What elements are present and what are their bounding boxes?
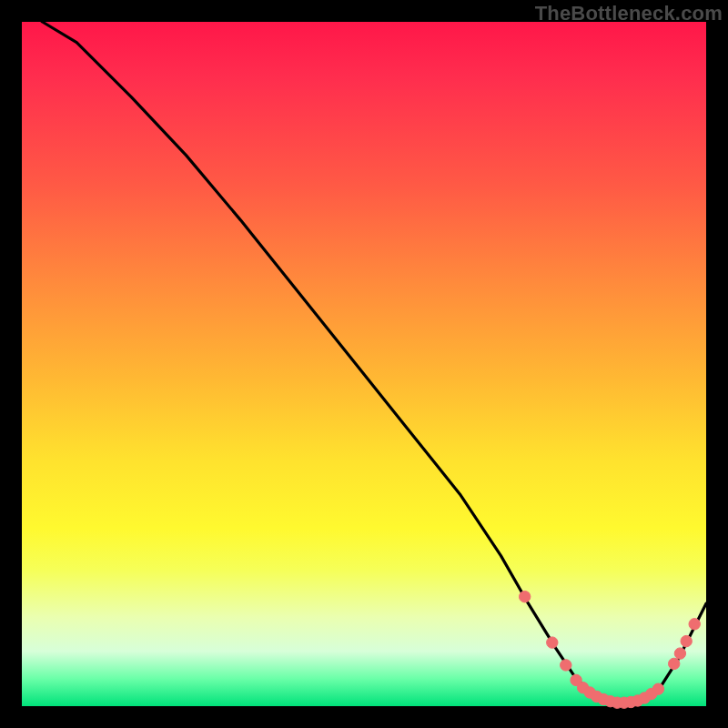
curve-marker <box>689 619 700 630</box>
curve-marker <box>681 635 692 646</box>
plot-area <box>22 22 706 706</box>
curve-marker <box>520 592 531 602</box>
curve-marker <box>561 660 571 671</box>
curve-marker <box>669 658 680 669</box>
curve-markers <box>520 592 701 709</box>
curve-marker <box>674 648 685 659</box>
chart-svg <box>22 22 706 706</box>
curve-marker <box>652 683 663 694</box>
watermark-text: TheBottleneck.com <box>535 2 723 25</box>
bottleneck-curve <box>22 1 706 703</box>
curve-marker <box>547 637 558 648</box>
chart-stage: TheBottleneck.com <box>0 0 728 728</box>
